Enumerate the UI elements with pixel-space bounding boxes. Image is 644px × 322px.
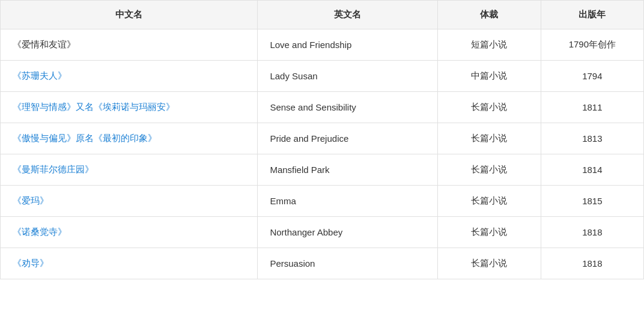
cell-chinese-name: 《爱玛》 [1, 186, 258, 217]
chinese-name-link[interactable]: 《曼斯菲尔德庄园》 [13, 164, 94, 174]
header-genre: 体裁 [438, 1, 541, 29]
header-year: 出版年 [541, 1, 643, 29]
cell-english-name: Sense and Sensibility [258, 92, 438, 123]
cell-genre: 长篇小说 [438, 186, 541, 217]
cell-chinese-name: 《苏珊夫人》 [1, 61, 258, 92]
cell-english-name: Northanger Abbey [258, 217, 438, 248]
header-chinese-name: 中文名 [1, 1, 258, 29]
cell-chinese-name: 《曼斯菲尔德庄园》 [1, 154, 258, 186]
books-table: 中文名 英文名 体裁 出版年 《爱情和友谊》Love and Friendshi… [0, 0, 644, 279]
cell-year: 1815 [541, 186, 643, 217]
header-english-name: 英文名 [258, 1, 438, 29]
cell-genre: 长篇小说 [438, 92, 541, 123]
chinese-name-link[interactable]: 《苏珊夫人》 [13, 70, 67, 80]
cell-english-name: Pride and Prejudice [258, 123, 438, 154]
cell-genre: 长篇小说 [438, 154, 541, 186]
cell-year: 1811 [541, 92, 643, 123]
cell-year: 1794 [541, 61, 643, 92]
table-row: 《爱情和友谊》Love and Friendship短篇小说1790年创作 [1, 29, 644, 61]
chinese-name-link[interactable]: 《傲慢与偏见》原名《最初的印象》 [13, 133, 157, 143]
chinese-name-link[interactable]: 《劝导》 [13, 258, 49, 268]
cell-chinese-name: 《理智与情感》又名《埃莉诺与玛丽安》 [1, 92, 258, 123]
main-container: 中文名 英文名 体裁 出版年 《爱情和友谊》Love and Friendshi… [0, 0, 644, 279]
cell-genre: 长篇小说 [438, 123, 541, 154]
cell-english-name: Mansfield Park [258, 154, 438, 186]
table-row: 《曼斯菲尔德庄园》Mansfield Park长篇小说1814 [1, 154, 644, 186]
table-row: 《傲慢与偏见》原名《最初的印象》Pride and Prejudice长篇小说1… [1, 123, 644, 154]
cell-year: 1813 [541, 123, 643, 154]
chinese-name-link[interactable]: 《诺桑觉寺》 [13, 226, 67, 237]
cell-genre: 短篇小说 [438, 29, 541, 61]
cell-english-name: Lady Susan [258, 61, 438, 92]
cell-year: 1818 [541, 248, 643, 279]
table-row: 《理智与情感》又名《埃莉诺与玛丽安》Sense and Sensibility长… [1, 92, 644, 123]
cell-chinese-name: 《傲慢与偏见》原名《最初的印象》 [1, 123, 258, 154]
chinese-name-link[interactable]: 《理智与情感》又名《埃莉诺与玛丽安》 [13, 102, 175, 112]
cell-genre: 中篇小说 [438, 61, 541, 92]
cell-chinese-name: 《诺桑觉寺》 [1, 217, 258, 248]
table-row: 《劝导》Persuasion长篇小说1818 [1, 248, 644, 279]
cell-genre: 长篇小说 [438, 217, 541, 248]
table-row: 《诺桑觉寺》Northanger Abbey长篇小说1818 [1, 217, 644, 248]
cell-year: 1790年创作 [541, 29, 643, 61]
cell-english-name: Emma [258, 186, 438, 217]
cell-english-name: Persuasion [258, 248, 438, 279]
cell-chinese-name: 《劝导》 [1, 248, 258, 279]
table-row: 《爱玛》Emma长篇小说1815 [1, 186, 644, 217]
table-row: 《苏珊夫人》Lady Susan中篇小说1794 [1, 61, 644, 92]
chinese-name-link[interactable]: 《爱玛》 [13, 195, 49, 205]
cell-english-name: Love and Friendship [258, 29, 438, 61]
cell-year: 1818 [541, 217, 643, 248]
cell-chinese-name: 《爱情和友谊》 [1, 29, 258, 61]
cell-genre: 长篇小说 [438, 248, 541, 279]
chinese-name-text: 《爱情和友谊》 [13, 39, 76, 49]
table-header-row: 中文名 英文名 体裁 出版年 [1, 1, 644, 29]
cell-year: 1814 [541, 154, 643, 186]
